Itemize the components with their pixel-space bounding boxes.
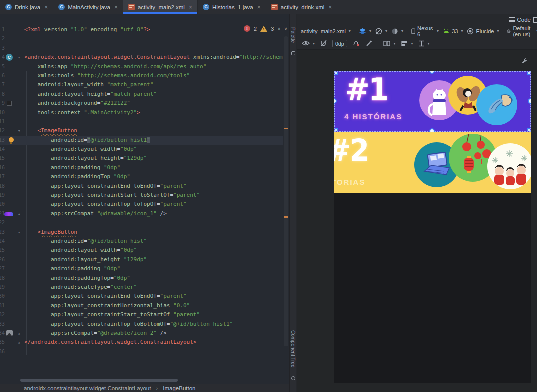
code-line[interactable]: 8 android:layout_height="match_parent" — [0, 90, 283, 99]
editor-tab[interactable]: activity_drink.xml× — [266, 0, 338, 14]
code-line[interactable]: 25 android:layout_width="0dp" — [0, 246, 283, 255]
editor-tab[interactable]: CDrink.java× — [0, 0, 53, 14]
selection-corner-topright[interactable] — [527, 72, 530, 75]
fold-marker-icon[interactable]: ▾ — [18, 126, 20, 135]
code-editor[interactable]: ! 2 3 ∧ ∨ 1<?xml version="1.0" encoding=… — [0, 14, 289, 384]
inspections-widget[interactable]: ! 2 3 ∧ ∨ — [244, 25, 287, 32]
code-line[interactable]: 29 android:scaleType="center" — [0, 283, 283, 292]
selection-corner-bottomright[interactable] — [527, 128, 530, 131]
locale-selector[interactable]: Default (en-us)▾ — [507, 25, 537, 37]
code-line[interactable]: 10 tools:context=".MainActivity2"> — [0, 108, 283, 117]
code-line[interactable]: 19 app:layout_constraintStart_toStartOf=… — [0, 191, 283, 200]
default-margin-selector[interactable]: 0dp — [332, 40, 347, 47]
guidelines-button[interactable]: ▾ — [418, 40, 430, 47]
imagebutton-hist1-preview[interactable]: #1 4 HISTÓRIAS — [334, 71, 531, 132]
fold-marker-icon[interactable]: ▴ — [18, 329, 20, 338]
code-area[interactable]: 1<?xml version="1.0" encoding="utf-8"?>2… — [0, 25, 283, 356]
editor-tab[interactable]: activity_main2.xml× — [123, 0, 198, 14]
breadcrumb-child[interactable]: ImageButton — [163, 385, 195, 391]
component-tree-strip-label[interactable]: Component Tree — [290, 330, 296, 368]
code-line[interactable]: 32 app:layout_constraintStart_toStartOf=… — [0, 310, 283, 319]
editor-tab[interactable]: CMainActivity.java× — [53, 0, 123, 14]
selection-handle-top[interactable] — [429, 71, 435, 74]
activity-context-icon[interactable]: C — [6, 54, 13, 61]
code-line[interactable]: 2 — [0, 34, 283, 43]
selection-handle-bottom[interactable] — [429, 128, 435, 132]
view-options-button[interactable]: ▾ — [302, 40, 315, 46]
code-line[interactable]: 33 app:layout_constraintTop_toBottomOf="… — [0, 320, 283, 329]
code-line[interactable]: 11 — [0, 117, 283, 126]
surface-selector-button[interactable]: ▾ — [359, 28, 371, 35]
theme-selector[interactable]: Elucide▾ — [467, 28, 499, 35]
code-line[interactable]: 28 android:paddingTop="0dp" — [0, 274, 283, 283]
drawable-preview-swatch[interactable] — [4, 212, 13, 216]
breadcrumb-root[interactable]: androidx.constraintlayout.widget.Constra… — [24, 385, 151, 391]
fold-marker-icon[interactable]: ▴ — [18, 338, 20, 347]
code-line[interactable]: 34▴ app:srcCompat="@drawable/icon_2" /> — [0, 329, 283, 338]
editor-horizontal-scrollbar[interactable] — [20, 379, 178, 382]
selection-handle-right[interactable] — [528, 98, 531, 104]
next-issue-icon[interactable]: ∨ — [284, 26, 288, 31]
code-line[interactable]: 12▾ <ImageButton — [0, 126, 283, 135]
night-mode-button[interactable]: ▾ — [391, 28, 403, 35]
code-line[interactable]: 3 — [0, 44, 283, 53]
align-button[interactable]: ▾ — [401, 40, 413, 47]
code-line[interactable]: 35▴</androidx.constraintlayout.widget.Co… — [0, 338, 283, 347]
code-line[interactable]: 26 android:layout_height="129dp" — [0, 255, 283, 264]
clear-constraints-button[interactable] — [352, 40, 360, 47]
orientation-button[interactable]: ▾ — [375, 28, 387, 35]
wrench-icon[interactable] — [521, 58, 528, 64]
device-selector[interactable]: Nexus 6▾ — [411, 25, 439, 37]
selection-corner-topleft[interactable] — [335, 72, 338, 75]
api-selector[interactable]: 33▾ — [443, 28, 463, 34]
code-line[interactable]: 24 android:id="@+id/button_hist" — [0, 237, 283, 246]
split-mode-icon[interactable] — [533, 17, 537, 23]
code-line[interactable]: 22 — [0, 218, 283, 227]
selection-corner-bottomleft[interactable] — [335, 128, 338, 131]
fold-marker-icon[interactable]: ▾ — [18, 228, 20, 237]
prev-issue-icon[interactable]: ∧ — [277, 26, 281, 31]
code-line[interactable]: 36 — [0, 347, 283, 356]
editor-tab[interactable]: CHistorias_1.java× — [198, 0, 266, 14]
warning-stripe-mark[interactable] — [284, 128, 288, 129]
tab-close-icon[interactable]: × — [114, 4, 118, 11]
code-line[interactable]: 4C▾<androidx.constraintlayout.widget.Con… — [0, 53, 283, 62]
code-line[interactable]: 20 app:layout_constraintTop_toTopOf="par… — [0, 200, 283, 209]
code-line[interactable]: 17 android:paddingTop="0dp" — [0, 172, 283, 181]
code-line[interactable]: 7 android:layout_width="match_parent" — [0, 80, 283, 89]
fold-marker-icon[interactable]: ▴ — [18, 209, 20, 218]
editor-vertical-scrollbar[interactable] — [284, 36, 288, 346]
tab-close-icon[interactable]: × — [189, 4, 192, 11]
imagebutton-hist-preview[interactable]: #2 TORIAS — [334, 132, 531, 193]
code-line[interactable]: 21▴ app:srcCompat="@drawable/icon_1" /> — [0, 209, 283, 218]
code-line[interactable]: 15 android:layout_height="129dp" — [0, 154, 283, 163]
code-mode-button[interactable]: Code — [509, 17, 531, 23]
code-line[interactable]: 30 app:layout_constraintEnd_toEndOf="par… — [0, 292, 283, 301]
intention-bulb-icon[interactable] — [9, 137, 14, 142]
code-line[interactable]: 1<?xml version="1.0" encoding="utf-8"?> — [0, 25, 283, 34]
pack-button[interactable]: ▾ — [383, 40, 396, 47]
code-line[interactable]: 27 android:padding="0dp" — [0, 264, 283, 273]
image-drawable-icon[interactable] — [6, 330, 13, 336]
warning-stripe-mark[interactable] — [284, 216, 288, 218]
code-line[interactable]: 18 app:layout_constraintEnd_toEndOf="par… — [0, 182, 283, 191]
code-line[interactable]: 6 xmlns:tools="http://schemas.android.co… — [0, 71, 283, 80]
tab-close-icon[interactable]: × — [44, 4, 48, 11]
file-selector[interactable]: activity_main2.xml▾ — [301, 28, 351, 34]
code-line[interactable]: 23▾ <ImageButton — [0, 228, 283, 237]
tab-close-icon[interactable]: × — [257, 4, 261, 11]
code-line[interactable]: 9 android:background="#212122" — [0, 99, 283, 108]
device-screen-preview[interactable]: #1 4 HISTÓRIAS — [334, 71, 531, 383]
autoconnect-button[interactable] — [320, 40, 327, 47]
fold-marker-icon[interactable]: ▾ — [18, 53, 20, 62]
code-line[interactable]: 5 xmlns:app="http://schemas.android.com/… — [0, 62, 283, 71]
code-line[interactable]: 31 app:layout_constraintHorizontal_bias=… — [0, 301, 283, 310]
code-line[interactable]: 13 android:id="@+id/button_hist1" — [0, 136, 283, 145]
code-line[interactable]: 14 android:layout_width="0dp" — [0, 145, 283, 154]
color-preview-swatch[interactable] — [7, 101, 12, 106]
palette-strip-label[interactable]: Palette — [290, 27, 296, 43]
selection-handle-left[interactable] — [334, 98, 337, 104]
design-canvas[interactable]: #1 4 HISTÓRIAS — [297, 50, 537, 392]
code-line[interactable]: 16 android:padding="0dp" — [0, 163, 283, 172]
infer-constraints-button[interactable] — [365, 40, 373, 47]
